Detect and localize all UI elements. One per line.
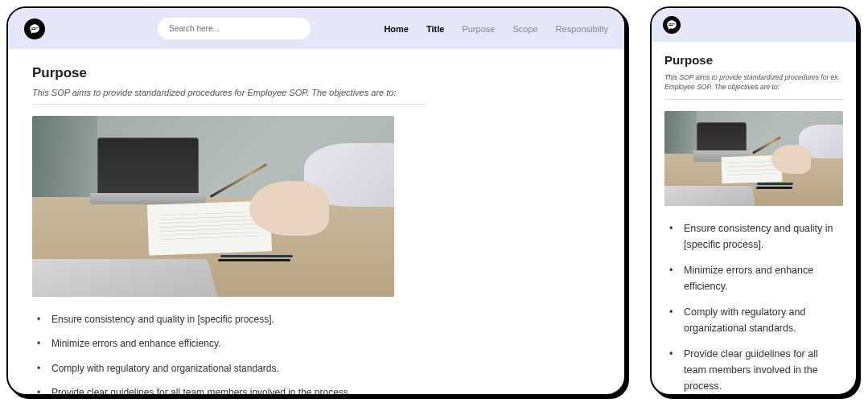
header-mobile bbox=[652, 8, 856, 42]
nav-scope[interactable]: Scope bbox=[512, 24, 537, 34]
image-scene-mobile bbox=[664, 111, 843, 206]
nav-title[interactable]: Title bbox=[426, 24, 444, 34]
list-item: Comply with regulatory and organizationa… bbox=[43, 360, 426, 376]
section-subtitle-mobile: This SOP aims to provide standardized pr… bbox=[664, 73, 843, 100]
section-subtitle: This SOP aims to provide standardized pr… bbox=[32, 88, 426, 105]
list-item: Comply with regulatory and organizationa… bbox=[676, 304, 843, 336]
nav: Home Title Purpose Scope Responsibilty bbox=[384, 24, 608, 34]
bullet-list-mobile: Ensure consistency and quality in [speci… bbox=[664, 220, 843, 394]
hero-image-mobile bbox=[664, 111, 843, 206]
list-item: Minimize errors and enhance efficiency. bbox=[676, 262, 843, 294]
nav-responsibility[interactable]: Responsibilty bbox=[556, 24, 608, 34]
hero-image bbox=[32, 116, 394, 297]
desktop-preview: Home Title Purpose Scope Responsibilty P… bbox=[6, 6, 626, 396]
chat-icon bbox=[666, 19, 677, 31]
list-item: Minimize errors and enhance efficiency. bbox=[43, 335, 426, 352]
list-item: Provide clear guidelines for all team me… bbox=[43, 384, 426, 396]
list-item: Ensure consistency and quality in [speci… bbox=[676, 220, 843, 253]
logo-icon-mobile[interactable] bbox=[663, 16, 681, 34]
logo-icon[interactable] bbox=[24, 18, 45, 39]
section-title: Purpose bbox=[32, 65, 600, 81]
nav-home[interactable]: Home bbox=[384, 24, 409, 34]
header: Home Title Purpose Scope Responsibilty bbox=[8, 8, 624, 49]
section-title-mobile: Purpose bbox=[664, 53, 843, 67]
search-input[interactable] bbox=[158, 18, 311, 39]
content-area-mobile: Purpose This SOP aims to provide standar… bbox=[652, 42, 856, 396]
image-scene bbox=[32, 116, 394, 297]
list-item: Ensure consistency and quality in [speci… bbox=[43, 311, 426, 327]
nav-purpose[interactable]: Purpose bbox=[462, 24, 495, 34]
list-item: Provide clear guidelines for all team me… bbox=[676, 346, 843, 394]
content-area: Purpose This SOP aims to provide standar… bbox=[8, 49, 624, 396]
bullet-list: Ensure consistency and quality in [speci… bbox=[32, 311, 426, 396]
mobile-preview: Purpose This SOP aims to provide standar… bbox=[650, 6, 858, 396]
chat-icon bbox=[29, 23, 40, 35]
